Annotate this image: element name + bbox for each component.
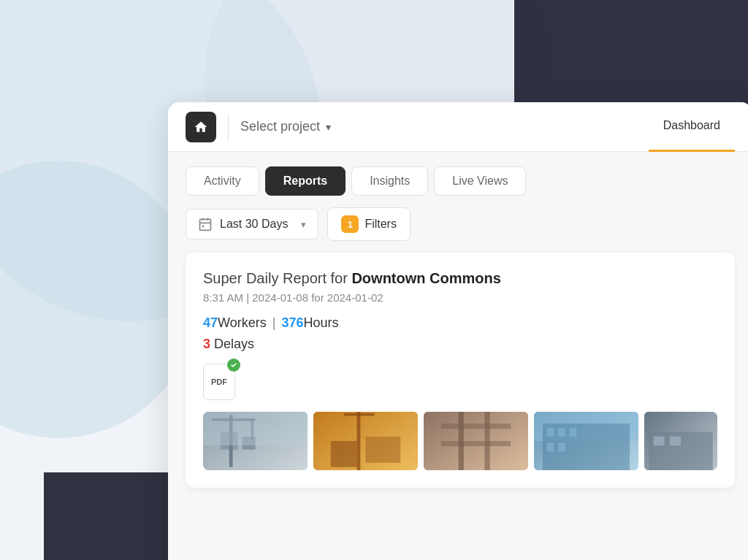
svg-rect-0 xyxy=(200,219,211,230)
tab-reports[interactable]: Reports xyxy=(265,166,346,196)
select-project-button[interactable]: Select project ▾ xyxy=(240,119,649,134)
svg-rect-33 xyxy=(670,437,681,446)
pdf-attachment[interactable]: PDF xyxy=(203,364,235,400)
home-button[interactable] xyxy=(186,112,216,142)
photo-thumb-1[interactable] xyxy=(203,412,308,470)
filters-button[interactable]: 1 Filters xyxy=(327,207,411,241)
report-title: Super Daily Report for Downtown Commons xyxy=(203,270,717,287)
svg-rect-15 xyxy=(365,437,400,463)
photo-thumb-4[interactable] xyxy=(534,412,638,470)
main-card: Select project ▾ Dashboard Activity Repo… xyxy=(168,102,748,560)
dashboard-tab[interactable]: Dashboard xyxy=(649,102,735,152)
report-delays: 3 Delays xyxy=(203,337,717,352)
filter-count-badge: 1 xyxy=(341,215,359,233)
workers-label: Workers xyxy=(218,315,267,331)
svg-rect-14 xyxy=(344,413,375,416)
stat-divider: | xyxy=(272,315,276,331)
calendar-icon xyxy=(198,217,213,231)
hours-label: Hours xyxy=(303,315,338,331)
svg-rect-20 xyxy=(441,423,511,429)
report-meta: 8:31 AM | 2024-01-08 for 2024-01-02 xyxy=(203,291,717,304)
photo-thumb-3[interactable] xyxy=(424,412,528,470)
svg-rect-32 xyxy=(653,437,664,446)
svg-rect-25 xyxy=(547,428,554,437)
tabs-section: Activity Reports Insights Live Views xyxy=(168,152,748,196)
svg-rect-11 xyxy=(203,412,308,445)
photo-thumb-2[interactable] xyxy=(313,412,418,470)
svg-rect-21 xyxy=(441,441,511,446)
tab-live-views[interactable]: Live Views xyxy=(434,166,526,196)
card-header: Select project ▾ Dashboard xyxy=(168,102,748,152)
pdf-label: PDF xyxy=(211,377,227,386)
filters-label: Filters xyxy=(365,218,397,231)
svg-rect-16 xyxy=(331,441,357,467)
photo-row xyxy=(203,412,717,470)
photo-thumb-5[interactable] xyxy=(644,412,717,470)
content-area: Super Daily Report for Downtown Commons … xyxy=(168,253,748,560)
report-title-prefix: Super Daily Report for xyxy=(203,270,351,286)
pdf-check-icon xyxy=(227,358,240,372)
report-stats: 47 Workers | 376 Hours xyxy=(203,315,717,331)
select-project-label: Select project xyxy=(240,119,320,134)
svg-rect-28 xyxy=(547,442,554,451)
report-title-location: Downtown Commons xyxy=(351,270,500,286)
tab-insights[interactable]: Insights xyxy=(351,166,428,196)
header-right: Dashboard xyxy=(649,102,735,152)
svg-rect-26 xyxy=(558,428,565,437)
date-range-chevron: ▾ xyxy=(301,219,306,230)
report-card: Super Daily Report for Downtown Commons … xyxy=(186,253,735,488)
home-icon xyxy=(194,120,208,134)
tabs-row: Activity Reports Insights Live Views xyxy=(186,166,735,196)
filters-row: Last 30 Days ▾ 1 Filters xyxy=(168,196,748,253)
header-divider xyxy=(228,114,229,140)
date-range-label: Last 30 Days xyxy=(220,218,288,231)
svg-rect-27 xyxy=(570,428,577,437)
workers-count: 47 xyxy=(203,315,218,331)
tab-activity[interactable]: Activity xyxy=(186,166,259,196)
hours-count: 376 xyxy=(281,315,303,331)
delays-count: 3 xyxy=(203,337,210,351)
svg-rect-29 xyxy=(558,442,565,451)
delays-label: Delays xyxy=(214,337,254,351)
svg-rect-4 xyxy=(202,226,205,228)
svg-rect-13 xyxy=(357,412,361,470)
svg-rect-24 xyxy=(543,423,630,470)
date-range-picker[interactable]: Last 30 Days ▾ xyxy=(186,209,318,239)
select-project-chevron: ▾ xyxy=(326,121,331,133)
